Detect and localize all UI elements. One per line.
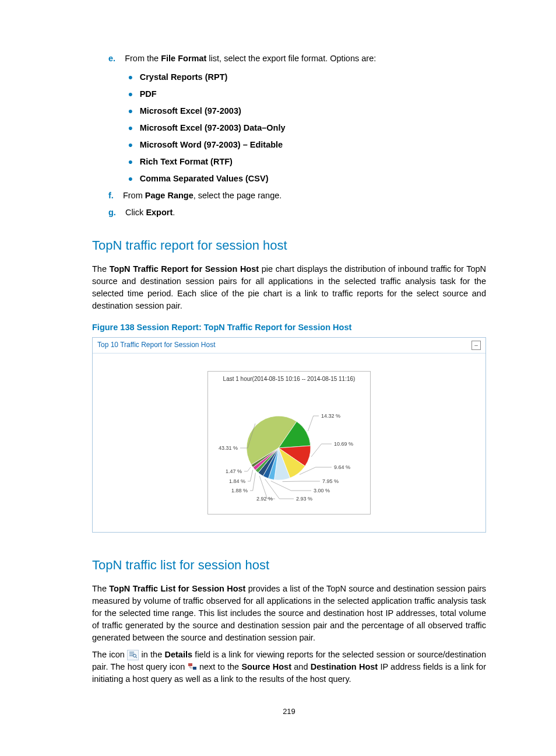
chart-title: Last 1 hour(2014-08-15 10:16 -- 2014-08-… [213,375,365,384]
pie-label: 7.95 % [322,478,339,484]
pie-label: 2.93 % [296,496,312,502]
pie-label: 1.84 % [229,478,245,484]
text: in the [141,650,164,659]
step-e: e. From the File Format list, select the… [108,52,486,65]
pie-chart[interactable]: 43.31 %14.32 %10.69 %9.64 %7.95 %3.00 %2… [217,393,361,503]
text: The icon [92,650,127,659]
paragraph: The TopN Traffic Report for Session Host… [92,263,486,312]
bullet-icon: • [128,172,133,186]
chart-header-title: Top 10 Traffic Report for Session Host [97,340,216,350]
list-item: Rich Text Format (RTF) [140,157,233,166]
text-bold: TopN Traffic Report for Session Host [110,264,259,274]
chart-panel: Last 1 hour(2014-08-15 10:16 -- 2014-08-… [207,371,371,515]
text: and [291,662,311,671]
pie-label: 1.88 % [231,488,248,494]
format-list: •Crystal Reports (RPT) •PDF •Microsoft E… [128,65,486,185]
pie-label: 14.32 % [321,413,340,419]
pie-label: 43.31 % [219,445,238,451]
chart-header: Top 10 Traffic Report for Session Host – [93,338,485,353]
list-item: Microsoft Excel (97-2003) Data–Only [140,123,286,132]
svg-line-4 [136,657,137,658]
bullet-icon: • [128,121,133,135]
text: list, select the export file format. Opt… [206,54,376,63]
list-item: Microsoft Word (97-2003) – Editable [140,140,283,149]
text-bold: Export [146,208,173,217]
details-link-icon[interactable] [127,650,139,660]
page-number: 219 [92,706,486,718]
list-item: Crystal Reports (RPT) [140,72,228,82]
bullet-icon: • [128,104,133,118]
text: The [92,584,109,593]
list-item: Microsoft Excel (97-2003) [140,106,241,116]
svg-point-3 [133,654,136,657]
collapse-glyph: – [474,342,478,348]
text-bold: Source Host [241,662,291,671]
text-bold: File Format [161,54,206,63]
bullet-icon: • [128,138,133,152]
host-query-icon[interactable] [188,663,197,672]
text: . [173,208,175,217]
pie-label: 9.64 % [334,464,350,470]
text: , select the page range. [193,191,282,200]
step-marker: f. [108,191,114,200]
paragraph: The icon in the Details field is a link … [92,649,486,685]
text-bold: Destination Host [311,662,378,671]
text: next to the [199,662,241,671]
bullet-icon: • [128,70,133,85]
bullet-icon: • [128,155,133,169]
text-bold: TopN Traffic List for Session Host [109,584,245,593]
step-f: f. From Page Range, select the page rang… [108,190,486,202]
list-item: Comma Separated Values (CSV) [140,174,269,183]
pie-label: 2.92 % [256,496,273,502]
svg-rect-5 [188,663,192,666]
pie-label: 10.69 % [334,441,353,447]
section-heading: TopN traffic report for session host [92,236,486,255]
pie-label: 1.47 % [226,468,242,474]
paragraph: The TopN Traffic List for Session Host p… [92,583,486,644]
step-marker: e. [108,54,115,63]
text: The [92,264,110,274]
text: Click [125,208,146,217]
step-marker: g. [108,208,116,217]
bullet-icon: • [128,87,133,102]
text-bold: Details [165,650,193,659]
text: From [123,191,145,200]
list-item: PDF [140,89,157,99]
figure-caption: Figure 138 Session Report: TopN Traffic … [92,321,486,334]
step-g: g. Click Export. [108,206,486,219]
pie-label: 3.00 % [314,488,330,494]
page: e. From the File Format list, select the… [0,0,556,756]
section-heading: TopN traffic list for session host [92,556,486,575]
text-bold: Page Range [145,191,193,200]
chart-widget: Top 10 Traffic Report for Session Host –… [92,337,486,533]
svg-rect-6 [193,667,196,670]
chart-body: Last 1 hour(2014-08-15 10:16 -- 2014-08-… [93,354,485,533]
text: From the [125,54,161,63]
collapse-icon[interactable]: – [471,341,481,350]
